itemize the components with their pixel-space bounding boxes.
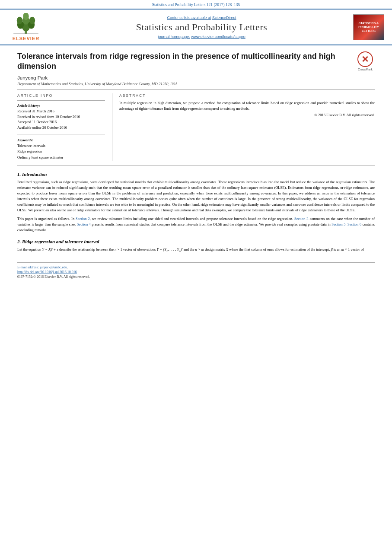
section-5-link[interactable]: Section 5 xyxy=(331,222,345,226)
intro-heading: 1. Introduction xyxy=(17,172,375,177)
revised-date: Received in revised form 10 October 2016 xyxy=(17,114,105,120)
section-6-link[interactable]: Section 6 xyxy=(347,222,361,226)
page: Statistics and Probability Letters 121 (… xyxy=(0,0,392,535)
section-divider-1 xyxy=(17,165,375,166)
copyright-line: © 2016 Elsevier B.V. All rights reserved… xyxy=(119,113,375,117)
homepage-line: journal homepage: www.elsevier.com/locat… xyxy=(52,35,351,39)
journal-citation-link[interactable]: Statistics and Probability Letters 121 (… xyxy=(152,3,240,7)
article-info-label: ARTICLE INFO xyxy=(17,93,105,98)
footer-doi-link[interactable]: http://dx.doi.org/10.1016/j.spl.2016.10.… xyxy=(17,270,375,274)
article-title: Tolerance intervals from ridge regressio… xyxy=(17,51,375,72)
journal-cover: STATISTICS & PROBABILITY LETTERS xyxy=(351,13,386,41)
top-link-bar[interactable]: Statistics and Probability Letters 121 (… xyxy=(0,0,392,10)
cover-text: STATISTICS & PROBABILITY LETTERS xyxy=(358,21,379,33)
svg-point-6 xyxy=(29,17,35,24)
intro-paragraph-1: Penalized regressions, such as ridge reg… xyxy=(17,179,375,213)
section-3-link[interactable]: Section 3 xyxy=(294,217,309,221)
footer: E-mail address: junpark@umbc.edu. http:/… xyxy=(17,262,375,279)
accepted-date: Accepted 11 October 2016 xyxy=(17,119,105,125)
article-info-abstract: ARTICLE INFO Article history: Received 3… xyxy=(17,93,375,161)
crossmark-badge: CrossMark xyxy=(356,51,375,70)
contents-line: Contents lists available at ScienceDirec… xyxy=(52,16,351,20)
email-label: E-mail address: xyxy=(17,265,39,269)
keywords-title: Keywords: xyxy=(17,138,105,142)
journal-title: Statistics and Probability Letters xyxy=(52,22,351,33)
ridge-heading: 2. Ridge regression and tolerance interv… xyxy=(17,239,375,244)
article-history-title: Article history: xyxy=(17,103,105,108)
journal-header: ELSEVIER Contents lists available at Sci… xyxy=(0,10,392,45)
elsevier-tree-icon xyxy=(11,13,41,35)
journal-center-info: Contents lists available at ScienceDirec… xyxy=(52,13,351,41)
header-divider xyxy=(17,89,375,90)
info-divider xyxy=(17,100,105,101)
intro-paragraph-2: This paper is organized as follows. In S… xyxy=(17,216,375,233)
keywords-divider xyxy=(17,134,105,134)
author-affiliation: Department of Mathematics and Statistics… xyxy=(17,82,375,86)
email-link[interactable]: junpark@umbc.edu xyxy=(40,265,67,269)
article-body: Tolerance intervals from ridge regressio… xyxy=(0,45,392,287)
keyword-3: Ordinary least square estimator xyxy=(17,155,105,161)
contents-label: Contents lists available at xyxy=(167,16,211,20)
keyword-1: Tolerance intervals xyxy=(17,143,105,149)
keyword-2: Ridge regression xyxy=(17,149,105,155)
section-2-link[interactable]: Section 2 xyxy=(76,217,90,221)
elsevier-brand-text: ELSEVIER xyxy=(13,36,39,41)
abstract-column: ABSTRACT In multiple regression in high … xyxy=(112,93,375,161)
received-date: Received 31 March 2016 xyxy=(17,108,105,114)
cover-image: STATISTICS & PROBABILITY LETTERS xyxy=(353,14,384,40)
footer-issn: 0167-7152/© 2016 Elsevier B.V. All right… xyxy=(17,275,375,279)
section-4-link[interactable]: Section 4 xyxy=(77,222,91,226)
abstract-text: In multiple regression in high dimension… xyxy=(119,100,375,111)
equation-y: Y = Xβ + ε xyxy=(42,247,58,252)
article-info-column: ARTICLE INFO Article history: Received 3… xyxy=(17,93,112,161)
homepage-label: journal homepage: xyxy=(158,35,190,39)
footer-email: E-mail address: junpark@umbc.edu. xyxy=(17,265,375,269)
abstract-label: ABSTRACT xyxy=(119,93,375,98)
elsevier-logo: ELSEVIER xyxy=(4,13,52,41)
sciencedirect-link[interactable]: ScienceDirect xyxy=(212,16,236,20)
ridge-paragraph-1: Let the equation Y = Xβ + ε describe the… xyxy=(17,247,375,254)
crossmark-icon xyxy=(357,51,373,67)
author-name: Junyong Park xyxy=(17,75,375,80)
crossmark-label: CrossMark xyxy=(358,68,373,71)
available-date: Available online 26 October 2016 xyxy=(17,125,105,131)
svg-point-5 xyxy=(17,17,22,24)
homepage-url[interactable]: www.elsevier.com/locate/stapro xyxy=(191,35,245,39)
